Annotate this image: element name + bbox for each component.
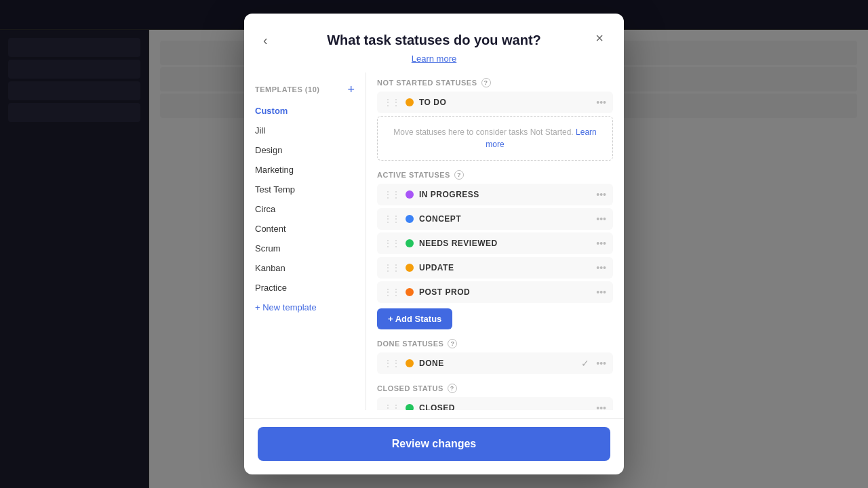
- template-item-practice[interactable]: Practice: [244, 278, 366, 298]
- drag-handle-closed: ⋮⋮: [384, 403, 400, 410]
- template-item-scrum[interactable]: Scrum: [244, 239, 366, 258]
- template-item-marketing[interactable]: Marketing: [244, 160, 366, 180]
- closed-menu-button[interactable]: •••: [596, 403, 606, 410]
- not-started-section: NOT STARTED STATUSES ? ⋮⋮ TO DO ••• Move…: [377, 78, 613, 161]
- label-1: CONCEPT: [419, 214, 591, 224]
- active-statuses-list: ⋮⋮ IN PROGRESS ••• ⋮⋮ CONCEPT ••• ⋮⋮ NEE…: [377, 184, 613, 303]
- active-header: ACTIVE STATUSES ?: [377, 170, 613, 180]
- templates-header: TEMPLATES (10) +: [244, 81, 366, 101]
- closed-label: CLOSED STATUS: [377, 384, 443, 392]
- active-section: ACTIVE STATUSES ? ⋮⋮ IN PROGRESS ••• ⋮⋮ …: [377, 170, 613, 329]
- drag-handle-3: ⋮⋮: [384, 263, 400, 272]
- add-status-button[interactable]: + Add Status: [377, 308, 452, 329]
- closed-color-dot: [406, 404, 414, 410]
- menu-4[interactable]: •••: [596, 287, 606, 298]
- template-list: CustomJillDesignMarketingTest TempCircaC…: [244, 101, 366, 298]
- menu-2[interactable]: •••: [596, 238, 606, 249]
- template-item-jill[interactable]: Jill: [244, 121, 366, 140]
- label-2: NEEDS REVIEWED: [419, 239, 591, 248]
- close-button[interactable]: ×: [589, 27, 610, 49]
- modal-body: TEMPLATES (10) + CustomJillDesignMarketi…: [244, 73, 624, 418]
- dot-0: [406, 190, 414, 199]
- templates-panel: TEMPLATES (10) + CustomJillDesignMarketi…: [244, 73, 366, 410]
- modal-footer: Review changes: [244, 418, 624, 474]
- closed-section: CLOSED STATUS ? ⋮⋮ CLOSED •••: [377, 384, 613, 410]
- todo-label: TO DO: [419, 98, 591, 107]
- status-item-needs-reviewed[interactable]: ⋮⋮ NEEDS REVIEWED •••: [377, 232, 613, 254]
- status-item-closed[interactable]: ⋮⋮ CLOSED •••: [377, 397, 613, 410]
- label-3: UPDATE: [419, 263, 591, 272]
- dot-3: [406, 264, 414, 272]
- review-changes-button[interactable]: Review changes: [258, 427, 610, 461]
- done-label-text: DONE: [419, 359, 576, 368]
- done-check-icon: ✓: [581, 358, 589, 369]
- done-color-dot: [406, 359, 414, 367]
- not-started-label: NOT STARTED STATUSES: [377, 79, 477, 87]
- todo-menu-button[interactable]: •••: [596, 97, 606, 108]
- status-item-post-prod[interactable]: ⋮⋮ POST PROD •••: [377, 281, 613, 303]
- label-4: POST PROD: [419, 287, 591, 297]
- status-item-todo[interactable]: ⋮⋮ TO DO •••: [377, 92, 613, 113]
- status-item-in-progress[interactable]: ⋮⋮ IN PROGRESS •••: [377, 184, 613, 205]
- templates-header-label: TEMPLATES (10): [255, 85, 319, 94]
- drag-handle-4: ⋮⋮: [384, 287, 400, 297]
- dot-2: [406, 239, 414, 247]
- label-0: IN PROGRESS: [419, 190, 591, 199]
- add-status-label: + Add Status: [388, 314, 441, 324]
- drag-handle-todo: ⋮⋮: [384, 98, 400, 107]
- drag-handle-1: ⋮⋮: [384, 214, 400, 224]
- done-menu-button[interactable]: •••: [596, 358, 606, 369]
- not-started-drop-zone: Move statuses here to consider tasks Not…: [377, 116, 613, 161]
- active-label: ACTIVE STATUSES: [377, 171, 450, 179]
- drag-handle-0: ⋮⋮: [384, 190, 400, 199]
- task-statuses-modal: ‹ What task statuses do you want? Learn …: [244, 14, 624, 474]
- menu-0[interactable]: •••: [596, 189, 606, 200]
- not-started-help-icon[interactable]: ?: [481, 78, 491, 87]
- status-item-update[interactable]: ⋮⋮ UPDATE •••: [377, 257, 613, 279]
- status-item-concept[interactable]: ⋮⋮ CONCEPT •••: [377, 208, 613, 230]
- done-label: DONE STATUSES: [377, 340, 443, 348]
- new-template-link[interactable]: + New template: [244, 298, 366, 317]
- template-item-custom[interactable]: Custom: [244, 101, 366, 121]
- closed-header: CLOSED STATUS ?: [377, 384, 613, 393]
- template-item-test-temp[interactable]: Test Temp: [244, 180, 366, 199]
- back-button[interactable]: ‹: [258, 30, 273, 51]
- template-item-kanban[interactable]: Kanban: [244, 258, 366, 278]
- drag-handle-done: ⋮⋮: [384, 359, 400, 368]
- statuses-panel: NOT STARTED STATUSES ? ⋮⋮ TO DO ••• Move…: [366, 73, 624, 410]
- modal-overlay: ‹ What task statuses do you want? Learn …: [0, 0, 868, 488]
- dot-1: [406, 215, 414, 223]
- menu-3[interactable]: •••: [596, 262, 606, 273]
- closed-label-text: CLOSED: [419, 403, 591, 410]
- todo-color-dot: [406, 98, 414, 106]
- active-help-icon[interactable]: ?: [454, 170, 464, 180]
- modal-title: What task statuses do you want?: [263, 33, 605, 48]
- template-item-content[interactable]: Content: [244, 219, 366, 239]
- closed-help-icon[interactable]: ?: [448, 384, 457, 393]
- add-template-button[interactable]: +: [347, 83, 355, 96]
- template-item-design[interactable]: Design: [244, 140, 366, 160]
- done-help-icon[interactable]: ?: [448, 339, 457, 348]
- status-item-done[interactable]: ⋮⋮ DONE ✓ •••: [377, 352, 613, 374]
- not-started-header: NOT STARTED STATUSES ?: [377, 78, 613, 87]
- menu-1[interactable]: •••: [596, 214, 606, 224]
- dot-4: [406, 288, 414, 296]
- template-item-circa[interactable]: Circa: [244, 199, 366, 219]
- done-header: DONE STATUSES ?: [377, 339, 613, 348]
- drag-handle-2: ⋮⋮: [384, 239, 400, 248]
- learn-more-link[interactable]: Learn more: [412, 54, 456, 64]
- done-section: DONE STATUSES ? ⋮⋮ DONE ✓ •••: [377, 339, 613, 374]
- modal-header: ‹ What task statuses do you want? Learn …: [244, 14, 624, 73]
